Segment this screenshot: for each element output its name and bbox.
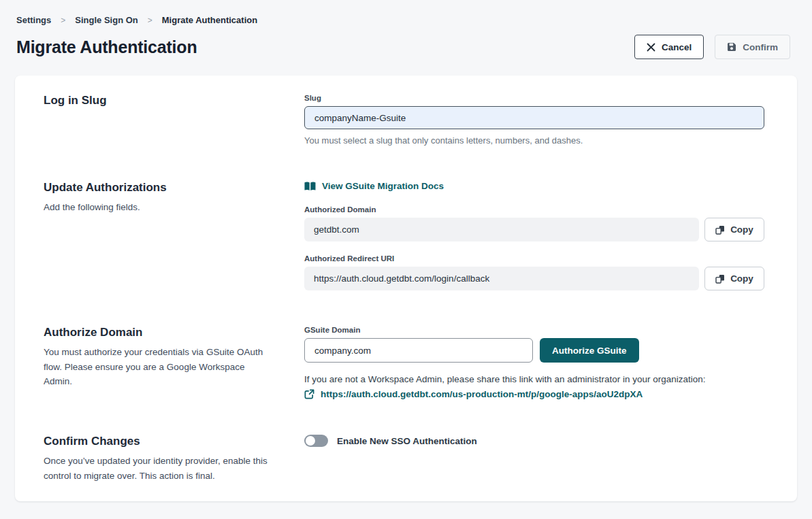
section-update-authorizations: Update Authorizations Add the following …: [44, 181, 764, 290]
slug-input[interactable]: [304, 106, 764, 129]
workspace-admin-note: If you are not a Workspace Admin, please…: [304, 374, 764, 384]
copy-button-label: Copy: [730, 224, 753, 235]
gsuite-migration-docs-link[interactable]: View GSuite Migration Docs: [304, 181, 444, 191]
gsuite-domain-label: GSuite Domain: [304, 326, 764, 334]
update-authorizations-heading: Update Authorizations: [44, 181, 277, 195]
copy-redirect-uri-button[interactable]: Copy: [704, 267, 764, 290]
authorized-domain-value: getdbt.com: [304, 218, 699, 241]
section-authorize-domain: Authorize Domain You must authorize your…: [44, 326, 764, 399]
book-icon: [304, 182, 316, 191]
copy-authorized-domain-button[interactable]: Copy: [704, 218, 764, 241]
cancel-button-label: Cancel: [662, 42, 692, 52]
login-slug-heading: Log in Slug: [44, 94, 277, 107]
external-link-icon: [304, 389, 314, 399]
settings-card: Log in Slug Slug You must select a slug …: [15, 76, 797, 501]
breadcrumb-separator-icon: >: [148, 16, 152, 25]
confirm-changes-description: Once you’ve updated your identity provid…: [44, 454, 268, 483]
enable-sso-toggle[interactable]: [304, 435, 328, 447]
authorize-gsuite-button[interactable]: Authorize GSuite: [540, 338, 639, 363]
close-icon: [647, 43, 655, 52]
copy-button-label: Copy: [730, 273, 753, 284]
section-confirm-changes: Confirm Changes Once you’ve updated your…: [44, 435, 764, 483]
share-link-row: https://auth.cloud.getdbt.com/us-product…: [304, 389, 764, 399]
header-actions: Cancel Confirm: [634, 35, 790, 59]
confirm-button-label: Confirm: [743, 42, 778, 52]
update-authorizations-description: Add the following fields.: [44, 200, 268, 215]
toggle-knob: [306, 436, 315, 446]
authorize-domain-heading: Authorize Domain: [44, 326, 277, 339]
copy-icon: [715, 225, 725, 235]
enable-sso-toggle-label: Enable New SSO Authentication: [337, 436, 477, 446]
redirect-uri-label: Authorized Redirect URI: [304, 254, 764, 263]
breadcrumb-settings[interactable]: Settings: [16, 15, 51, 25]
gsuite-migration-docs-link-label: View GSuite Migration Docs: [322, 181, 444, 191]
save-icon: [727, 42, 736, 52]
breadcrumb: Settings > Single Sign On > Migrate Auth…: [16, 15, 790, 25]
cancel-button[interactable]: Cancel: [634, 35, 704, 59]
admin-share-link[interactable]: https://auth.cloud.getdbt.com/us-product…: [321, 389, 643, 399]
redirect-uri-value: https://auth.cloud.getdbt.com/login/call…: [304, 267, 699, 290]
slug-label: Slug: [304, 94, 764, 102]
authorize-domain-description: You must authorize your credentials via …: [44, 345, 268, 389]
copy-icon: [715, 274, 725, 284]
breadcrumb-single-sign-on[interactable]: Single Sign On: [75, 15, 137, 25]
breadcrumb-separator-icon: >: [61, 16, 65, 25]
confirm-changes-heading: Confirm Changes: [44, 435, 277, 448]
page-header: Settings > Single Sign On > Migrate Auth…: [0, 0, 812, 59]
confirm-button[interactable]: Confirm: [715, 35, 790, 59]
authorized-domain-label: Authorized Domain: [304, 205, 764, 214]
section-login-slug: Log in Slug Slug You must select a slug …: [44, 94, 764, 146]
breadcrumb-migrate-authentication: Migrate Authentication: [162, 15, 257, 25]
slug-helper-text: You must select a slug that only contain…: [304, 135, 764, 146]
gsuite-domain-input[interactable]: [304, 338, 533, 363]
page-title: Migrate Authentication: [16, 37, 197, 57]
